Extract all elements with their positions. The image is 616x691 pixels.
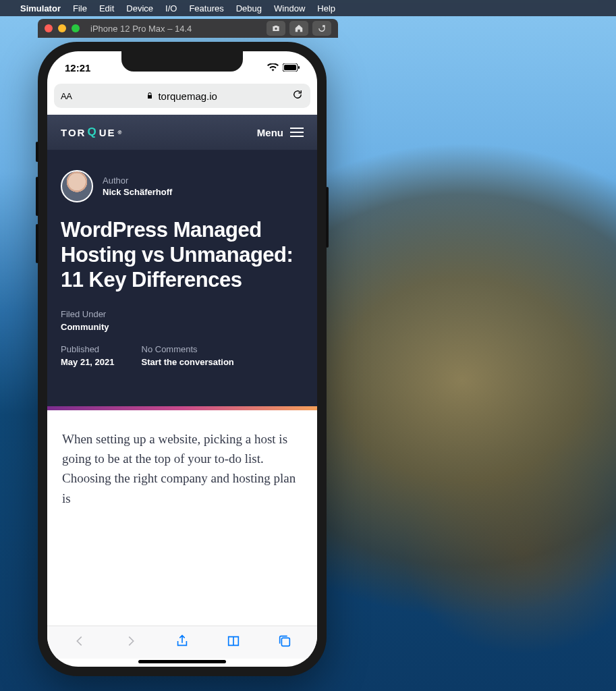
menubar-edit[interactable]: Edit: [99, 3, 114, 13]
author-row: Author Nick Schäferhoff: [61, 170, 304, 202]
svg-rect-2: [298, 66, 300, 69]
battery-icon: [283, 63, 300, 72]
url-text: torquemag.io: [158, 90, 217, 102]
menubar-features[interactable]: Features: [189, 3, 223, 13]
status-time: 12:21: [65, 62, 90, 74]
notch: [121, 51, 243, 72]
tabs-button[interactable]: [277, 634, 292, 651]
text-size-button[interactable]: AA: [61, 91, 72, 101]
filed-under-label: Filed Under: [61, 309, 109, 319]
comments-label: No Comments: [142, 344, 234, 354]
menubar-io[interactable]: I/O: [165, 3, 177, 13]
menubar-app-name[interactable]: Simulator: [20, 3, 61, 13]
menu-label: Menu: [257, 127, 283, 138]
site-logo[interactable]: TORQUE®: [61, 126, 123, 139]
reload-button[interactable]: [291, 88, 304, 103]
volume-down-button[interactable]: [36, 224, 38, 263]
wifi-icon: [267, 63, 279, 72]
rotate-button[interactable]: [312, 21, 331, 36]
simulator-titlebar: iPhone 12 Pro Max – 14.4: [38, 19, 338, 38]
traffic-lights: [45, 24, 80, 32]
svg-rect-3: [281, 638, 289, 646]
menu-button[interactable]: Menu: [257, 127, 304, 138]
zoom-button[interactable]: [72, 24, 80, 32]
volume-up-button[interactable]: [36, 177, 38, 216]
menubar-file[interactable]: File: [73, 3, 87, 13]
power-button[interactable]: [326, 187, 329, 248]
share-button[interactable]: [175, 634, 190, 651]
comments-link[interactable]: Start the conversation: [142, 357, 234, 367]
menubar-debug[interactable]: Debug: [236, 3, 262, 13]
hamburger-icon: [290, 128, 304, 137]
svg-rect-1: [284, 65, 296, 70]
menubar-help[interactable]: Help: [317, 3, 335, 13]
published-value: May 21, 2021: [61, 357, 115, 367]
author-avatar[interactable]: [61, 170, 93, 202]
lock-icon: [146, 90, 154, 102]
article-title: WordPress Managed Hosting vs Unmanaged: …: [61, 217, 304, 293]
iphone-screen: 12:21 AA torquemag.io: [47, 51, 317, 667]
safari-url-bar[interactable]: AA torquemag.io: [54, 84, 310, 108]
menubar-window[interactable]: Window: [274, 3, 305, 13]
silence-switch[interactable]: [36, 142, 38, 162]
article-hero: Author Nick Schäferhoff WordPress Manage…: [47, 150, 317, 406]
menubar-device[interactable]: Device: [126, 3, 153, 13]
author-name[interactable]: Nick Schäferhoff: [103, 187, 172, 197]
screenshot-button[interactable]: [267, 21, 285, 36]
url-display[interactable]: torquemag.io: [76, 90, 287, 102]
simulator-window: iPhone 12 Pro Max – 14.4: [38, 19, 338, 38]
author-label: Author: [103, 175, 172, 186]
published-label: Published: [61, 344, 115, 354]
filed-under-value[interactable]: Community: [61, 322, 109, 332]
forward-button[interactable]: [123, 634, 138, 651]
iphone-device-frame: 12:21 AA torquemag.io: [38, 42, 327, 676]
back-button[interactable]: [72, 634, 87, 651]
article-body-text: When setting up a website, picking a hos…: [47, 410, 317, 528]
home-indicator[interactable]: [138, 660, 226, 663]
webpage-content[interactable]: TORQUE® Menu Author Nick Schäferhoff: [47, 115, 317, 634]
macos-menubar: Simulator File Edit Device I/O Features …: [0, 0, 616, 16]
close-button[interactable]: [45, 24, 53, 32]
minimize-button[interactable]: [58, 24, 66, 32]
bookmarks-button[interactable]: [226, 634, 241, 651]
simulator-toolbar-buttons: [267, 21, 331, 36]
site-header: TORQUE® Menu: [47, 115, 317, 150]
safari-bottom-toolbar: [47, 626, 317, 659]
simulator-window-title: iPhone 12 Pro Max – 14.4: [90, 24, 261, 34]
home-button[interactable]: [289, 21, 308, 36]
macos-desktop: Simulator File Edit Device I/O Features …: [0, 0, 616, 691]
